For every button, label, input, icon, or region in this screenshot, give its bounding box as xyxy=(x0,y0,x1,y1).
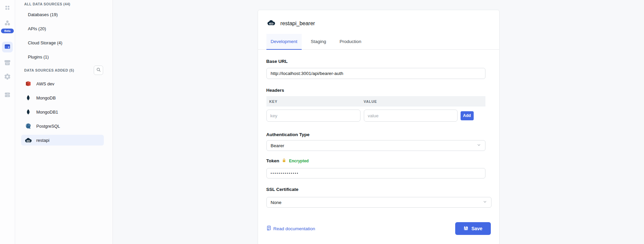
beta-badge: Beta xyxy=(1,29,14,33)
sidebar-item-databases[interactable]: Databases (19) xyxy=(15,7,113,22)
svg-text:REST: REST xyxy=(269,23,273,25)
gear-icon xyxy=(4,73,11,82)
search-icon xyxy=(96,67,101,74)
source-item-label: MongoDB xyxy=(36,95,56,100)
headers-table-header: KEY VALUE xyxy=(266,96,485,107)
rest-cloud-icon: REST xyxy=(266,19,276,27)
token-label: Token xyxy=(266,159,280,163)
source-item-mongodb[interactable]: MongoDB xyxy=(21,92,104,103)
rest-cloud-icon: REST xyxy=(24,137,32,144)
sidebar-item-plugins[interactable]: Plugins (1) xyxy=(15,50,113,64)
value-column-header: VALUE xyxy=(364,99,377,104)
page-title: restapi_bearer xyxy=(281,21,315,27)
lock-icon xyxy=(282,158,286,164)
auth-type-select[interactable]: Bearer xyxy=(266,140,485,151)
data-sources-icon xyxy=(4,43,11,51)
key-column-header: KEY xyxy=(266,99,364,104)
icon-rail: Beta xyxy=(0,0,15,244)
read-documentation-label: Read documentation xyxy=(273,226,315,231)
chevron-down-icon xyxy=(477,143,481,149)
source-item-mongodb1[interactable]: MongoDB1 xyxy=(21,107,104,117)
base-url-input[interactable] xyxy=(266,68,485,79)
tab-staging[interactable]: Staging xyxy=(306,34,331,50)
ssl-certificate-value: None xyxy=(271,200,282,205)
data-sources-added-header: DATA SOURCES ADDED (5) xyxy=(15,68,74,72)
database-nav-button[interactable] xyxy=(2,90,13,101)
encrypted-badge: Encrypted xyxy=(289,159,309,163)
tab-production[interactable]: Production xyxy=(335,34,366,50)
list-item: AWS dev xyxy=(15,77,113,91)
source-item-aws-dev[interactable]: AWS dev xyxy=(21,78,104,89)
save-button[interactable]: Save xyxy=(455,222,491,235)
source-item-label: PostgreSQL xyxy=(36,124,60,129)
data-source-card: REST restapi_bearer Development Staging … xyxy=(258,10,500,244)
add-header-button[interactable]: Add xyxy=(461,111,474,120)
settings-nav-button[interactable] xyxy=(2,72,13,83)
mongodb-icon xyxy=(24,94,32,101)
search-button[interactable] xyxy=(94,66,103,75)
apps-icon xyxy=(4,4,11,12)
save-floppy-icon xyxy=(463,226,469,232)
header-value-input[interactable] xyxy=(364,110,458,122)
svg-text:REST: REST xyxy=(27,140,31,142)
tab-development[interactable]: Development xyxy=(266,34,302,50)
aws-icon xyxy=(24,80,32,87)
ssl-certificate-select[interactable]: None xyxy=(266,197,491,208)
chevron-down-icon xyxy=(483,199,487,205)
auth-type-label: Authentication Type xyxy=(266,132,491,137)
headers-label: Headers xyxy=(266,88,491,93)
workflows-icon xyxy=(4,19,11,28)
marketplace-nav-button[interactable] xyxy=(2,58,13,69)
marketplace-icon xyxy=(4,59,11,68)
list-item: REST restapi xyxy=(15,133,113,147)
apps-nav-button[interactable] xyxy=(2,3,13,14)
source-item-label: restapi xyxy=(36,138,49,143)
auth-type-value: Bearer xyxy=(271,143,285,148)
data-sources-sidebar: ALL DATA SOURCES (44) Databases (19) API… xyxy=(15,0,113,244)
list-item: MongoDB1 xyxy=(15,105,113,119)
workflows-nav-button[interactable] xyxy=(2,18,13,29)
environment-tabs: Development Staging Production xyxy=(258,34,499,50)
data-sources-nav-button[interactable] xyxy=(2,42,13,52)
base-url-label: Base URL xyxy=(266,59,491,64)
save-button-label: Save xyxy=(471,226,482,231)
read-documentation-link[interactable]: Read documentation xyxy=(266,226,315,232)
postgresql-icon xyxy=(24,123,32,129)
source-item-label: AWS dev xyxy=(36,81,54,86)
source-item-label: MongoDB1 xyxy=(36,110,58,115)
source-item-restapi[interactable]: REST restapi xyxy=(21,135,104,146)
token-input[interactable] xyxy=(266,168,485,178)
list-item: MongoDB xyxy=(15,91,113,105)
ssl-certificate-label: SSL Certificate xyxy=(266,187,491,192)
header-key-input[interactable] xyxy=(266,110,360,122)
sidebar-item-cloud-storage[interactable]: Cloud Storage (4) xyxy=(15,36,113,50)
sidebar-item-apis[interactable]: APIs (20) xyxy=(15,22,113,36)
list-item: PostgreSQL xyxy=(15,119,113,133)
all-data-sources-header: ALL DATA SOURCES (44) xyxy=(15,0,113,7)
document-icon xyxy=(266,226,271,232)
main-content: REST restapi_bearer Development Staging … xyxy=(113,0,644,244)
database-icon xyxy=(4,91,11,100)
source-item-postgresql[interactable]: PostgreSQL xyxy=(21,121,104,131)
mongodb-icon xyxy=(24,109,32,115)
